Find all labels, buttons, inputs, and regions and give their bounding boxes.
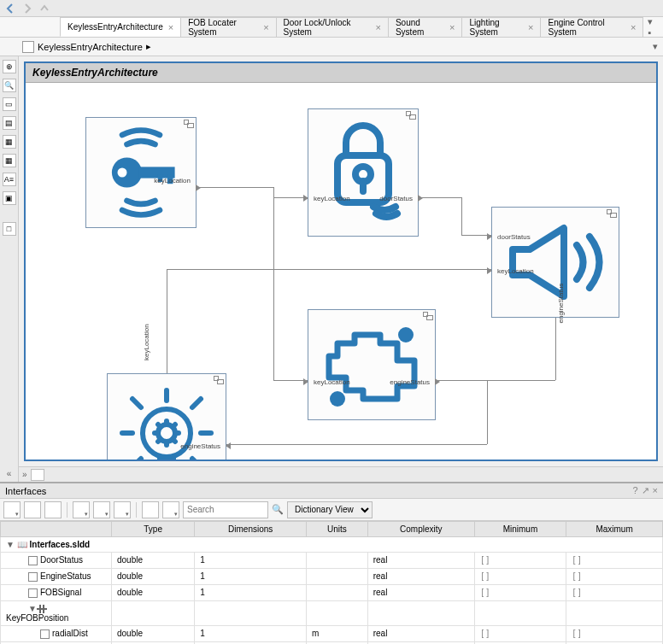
close-icon[interactable]: × [528, 22, 533, 32]
table-row[interactable]: EngineStatusdouble1real[][] [1, 568, 663, 584]
layout-button[interactable]: ▤ [3, 116, 16, 130]
port-doorstatus-in: doorStatus [497, 233, 531, 241]
port-enginestatus-out: engineStatus [390, 378, 430, 386]
fit-button[interactable]: ▭ [3, 97, 16, 111]
port-out-icon[interactable] [196, 184, 201, 191]
tab-bar: KeylessEntryArchitecture× FOB Locater Sy… [0, 17, 663, 38]
tab-overflow[interactable]: ▾ ▪ [642, 17, 663, 37]
nav-toolbar [0, 0, 663, 17]
close-icon[interactable]: × [449, 22, 455, 32]
block-sound[interactable]: doorStatus keyLocation engineStatus [491, 207, 619, 318]
left-toolbar: ⊕ 🔍 ▭ ▤ ▦ ▦ A≡ ▣ □ « [0, 56, 19, 482]
tab-lighting[interactable]: Lighting System× [461, 17, 541, 37]
search-input[interactable] [183, 501, 268, 518]
filter-button[interactable] [142, 501, 159, 518]
nav-forward-button[interactable] [21, 2, 34, 15]
close-icon[interactable]: × [376, 22, 381, 32]
import-button[interactable] [73, 501, 90, 518]
nav-overview[interactable] [31, 469, 44, 481]
delete-button[interactable] [44, 501, 62, 518]
columns-button[interactable] [162, 501, 179, 518]
tab-door[interactable]: Door Lock/Unlock System× [276, 17, 389, 37]
add-button[interactable] [3, 501, 21, 518]
stereotype-icon [607, 209, 617, 218]
breadcrumb-expand[interactable]: ▾ [653, 41, 658, 52]
interfaces-toolbar: 🔍 Dictionary View [0, 499, 663, 521]
tab-engine[interactable]: Engine Control System× [540, 17, 643, 37]
port-keylocation-in: keyLocation [314, 195, 350, 202]
tab-keyless[interactable]: KeylessEntryArchitecture× [60, 17, 181, 37]
engine-icon [316, 318, 427, 412]
nav-back-button[interactable] [3, 2, 17, 15]
close-icon[interactable]: × [168, 22, 173, 32]
port-enginestatus-in: engineStatus [180, 442, 220, 450]
link-button[interactable] [93, 501, 110, 518]
speaker-icon [500, 220, 611, 305]
block-door-lock[interactable]: keyLocation doorStatus [308, 108, 419, 237]
viewmark-button[interactable]: □ [3, 222, 16, 236]
table-row[interactable]: radialDistdouble1mreal[][] [1, 625, 663, 641]
nav-collapse[interactable]: » [22, 470, 27, 479]
block-engine[interactable]: keyLocation engineStatus [308, 309, 436, 420]
table-row-root[interactable]: ▼ 📖 Interfaces.sldd [1, 537, 663, 553]
breadcrumb: KeylessEntryArchitecture ▸ ▾ [0, 38, 663, 56]
help-icon[interactable]: ? [632, 485, 637, 496]
svg-point-7 [398, 327, 414, 342]
svg-point-8 [330, 391, 345, 407]
table-row[interactable]: DoorStatusdouble1real[][] [1, 553, 663, 569]
block-lighting[interactable]: keyLocation engineStatus [107, 373, 226, 461]
port-enginestatus-vert: engineStatus [557, 284, 565, 324]
port-keylocation-top: keyLocation [143, 324, 150, 360]
undock-icon[interactable]: ↗ [642, 485, 649, 496]
nav-up-button[interactable] [38, 2, 51, 15]
col-min[interactable]: Minimum [474, 522, 566, 537]
table-row[interactable]: ▼KeyFOBPosition [1, 600, 663, 625]
port-keylocation-in: keyLocation [497, 267, 534, 275]
col-max[interactable]: Maximum [566, 522, 663, 537]
col-dims[interactable]: Dimensions [195, 522, 307, 537]
port-keylocation-in: keyLocation [314, 378, 350, 386]
remove-button[interactable] [24, 501, 41, 518]
zoom-in-button[interactable]: ⊕ [3, 60, 16, 73]
grid-button[interactable]: ▦ [3, 135, 16, 149]
annotation-button[interactable]: A≡ [3, 173, 16, 186]
block-fob-key[interactable]: keyLocation [85, 117, 197, 228]
port-in-icon[interactable] [303, 195, 308, 202]
port-out-icon[interactable] [418, 195, 423, 202]
model-icon [22, 41, 34, 53]
legend-button[interactable]: ▦ [3, 154, 16, 167]
stereotype-icon [406, 111, 416, 120]
interfaces-table: Type Dimensions Units Complexity Minimum… [0, 521, 663, 644]
interfaces-panel: Interfaces ? ↗ × 🔍 Dictionary View Type … [0, 482, 663, 644]
breadcrumb-path[interactable]: KeylessEntryArchitecture [38, 42, 143, 52]
tree-toggle[interactable]: ▼ [6, 540, 15, 549]
col-complexity[interactable]: Complexity [367, 522, 474, 537]
tab-fob[interactable]: FOB Locater System× [180, 17, 276, 37]
canvas-nav-strip: » [19, 466, 663, 482]
col-units[interactable]: Units [307, 522, 368, 537]
table-row[interactable]: FOBSignaldouble1real[][] [1, 584, 663, 600]
image-button[interactable]: ▣ [3, 191, 16, 205]
close-icon[interactable]: × [631, 22, 636, 32]
close-icon[interactable]: × [263, 22, 268, 32]
toolbar-collapse[interactable]: « [7, 469, 12, 478]
breadcrumb-arrow-icon[interactable]: ▸ [146, 41, 151, 52]
port-doorstatus-out: doorStatus [379, 195, 413, 202]
padlock-icon [320, 121, 406, 224]
tab-sound[interactable]: Sound System× [388, 17, 463, 37]
architecture-canvas[interactable]: KeylessEntryArchitecture [24, 61, 658, 461]
close-icon[interactable]: × [653, 485, 658, 496]
port-keylocation-out: keyLocation [154, 177, 191, 184]
col-type[interactable]: Type [112, 522, 195, 537]
zoom-tool-button[interactable]: 🔍 [3, 79, 16, 92]
save-button[interactable] [114, 501, 131, 518]
view-select[interactable]: Dictionary View [287, 501, 373, 518]
interfaces-title: Interfaces [5, 486, 46, 496]
canvas-title: KeylessEntryArchitecture [26, 63, 656, 83]
key-icon [94, 126, 188, 220]
svg-point-1 [118, 168, 127, 178]
